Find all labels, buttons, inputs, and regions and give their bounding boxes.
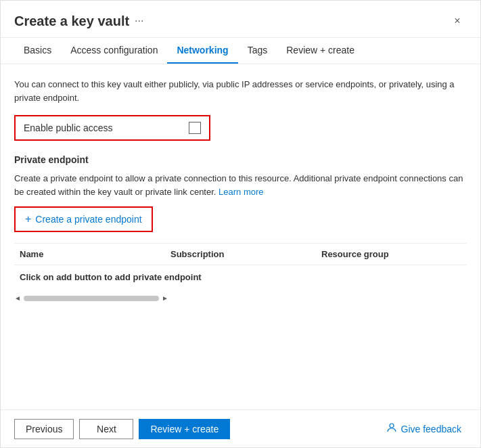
private-endpoint-title: Private endpoint bbox=[14, 154, 467, 165]
close-button[interactable]: × bbox=[448, 12, 467, 30]
create-endpoint-label: Create a private endpoint bbox=[35, 214, 141, 225]
next-button[interactable]: Next bbox=[79, 419, 133, 439]
footer-left-buttons: Previous Next Review + create bbox=[14, 419, 230, 439]
empty-message-suffix: to add private endpoint bbox=[104, 272, 202, 282]
enable-public-access-label: Enable public access bbox=[24, 122, 113, 133]
connection-description: You can connect to this key vault either… bbox=[14, 78, 467, 104]
dialog-header: Create a key vault ··· × bbox=[1, 1, 480, 38]
svg-point-0 bbox=[390, 424, 394, 428]
col-header-name: Name bbox=[14, 249, 165, 259]
feedback-icon bbox=[386, 422, 397, 435]
enable-public-access-checkbox[interactable] bbox=[189, 122, 201, 134]
table-header: Name Subscription Resource group bbox=[14, 244, 467, 265]
col-header-resource-group: Resource group bbox=[316, 249, 467, 259]
dialog-footer: Previous Next Review + create Give feedb… bbox=[1, 409, 480, 447]
private-endpoint-description: Create a private endpoint to allow a pri… bbox=[14, 172, 467, 198]
previous-button[interactable]: Previous bbox=[14, 419, 74, 439]
table-empty-message: Click on add button to add private endpo… bbox=[14, 265, 467, 289]
review-create-button[interactable]: Review + create bbox=[139, 419, 230, 439]
empty-message-strong: Click on add button bbox=[20, 272, 101, 282]
tab-access-configuration[interactable]: Access configuration bbox=[61, 38, 167, 64]
scroll-right-arrow[interactable]: ► bbox=[162, 294, 168, 302]
title-area: Create a key vault ··· bbox=[14, 14, 143, 29]
give-feedback-button[interactable]: Give feedback bbox=[381, 418, 467, 439]
private-endpoints-table: Name Subscription Resource group Click o… bbox=[14, 243, 467, 289]
learn-more-link[interactable]: Learn more bbox=[219, 187, 263, 197]
tab-networking[interactable]: Networking bbox=[167, 38, 237, 64]
enable-public-access-container: Enable public access bbox=[14, 115, 210, 141]
give-feedback-label: Give feedback bbox=[401, 424, 462, 434]
private-endpoint-section: Private endpoint Create a private endpoi… bbox=[14, 154, 467, 302]
dialog-ellipsis-menu[interactable]: ··· bbox=[135, 15, 143, 27]
scroll-left-arrow[interactable]: ◄ bbox=[14, 294, 21, 302]
create-key-vault-dialog: Create a key vault ··· × Basics Access c… bbox=[0, 0, 481, 448]
tab-bar: Basics Access configuration Networking T… bbox=[1, 38, 480, 64]
dialog-title: Create a key vault bbox=[14, 14, 129, 29]
create-private-endpoint-button[interactable]: + Create a private endpoint bbox=[17, 209, 150, 229]
dialog-body: You can connect to this key vault either… bbox=[1, 64, 480, 409]
tab-review-create[interactable]: Review + create bbox=[277, 38, 364, 64]
col-header-subscription: Subscription bbox=[165, 249, 316, 259]
tab-basics[interactable]: Basics bbox=[14, 38, 61, 64]
tab-tags[interactable]: Tags bbox=[238, 38, 277, 64]
plus-icon: + bbox=[25, 213, 31, 225]
table-scrollbar: ◄ ► bbox=[14, 294, 467, 302]
create-endpoint-button-wrapper: + Create a private endpoint bbox=[14, 206, 153, 232]
scroll-track[interactable] bbox=[24, 296, 159, 301]
